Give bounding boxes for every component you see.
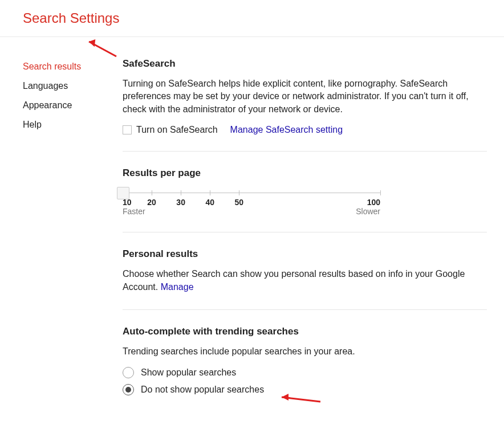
section-divider bbox=[123, 151, 487, 152]
page-title: Search Settings bbox=[0, 0, 504, 37]
slider-hint-slower: Slower bbox=[356, 207, 380, 216]
slider-hint-faster: Faster bbox=[123, 207, 145, 216]
radio-icon[interactable] bbox=[123, 384, 134, 395]
autocomplete-description: Trending searches include popular search… bbox=[123, 345, 487, 358]
results-per-page-heading: Results per page bbox=[123, 168, 487, 179]
radio-show-popular[interactable]: Show popular searches bbox=[123, 367, 487, 378]
checkbox-icon[interactable] bbox=[123, 125, 132, 134]
main-content: SafeSearch Turning on SafeSearch helps h… bbox=[123, 57, 504, 401]
radio-icon[interactable] bbox=[123, 367, 134, 378]
sidebar-item-languages[interactable]: Languages bbox=[23, 76, 123, 96]
sidebar-item-search-results[interactable]: Search results bbox=[23, 57, 123, 76]
personal-results-heading: Personal results bbox=[123, 248, 487, 260]
svg-marker-1 bbox=[89, 39, 97, 48]
svg-line-0 bbox=[89, 42, 116, 56]
sidebar-item-label: Appearance bbox=[23, 100, 72, 110]
slider-tick-labels: 10 20 30 40 50 100 bbox=[123, 198, 380, 207]
safesearch-checkbox-row[interactable]: Turn on SafeSearch bbox=[123, 125, 218, 135]
slider-handle[interactable] bbox=[117, 187, 129, 199]
sidebar: Search results Languages Appearance Help bbox=[23, 57, 123, 401]
sidebar-item-label: Search results bbox=[23, 62, 81, 71]
slider-track bbox=[123, 193, 380, 193]
sidebar-item-label: Languages bbox=[23, 81, 68, 91]
radio-label: Do not show popular searches bbox=[141, 385, 264, 395]
personal-results-description: Choose whether Search can show you perso… bbox=[123, 268, 487, 293]
autocomplete-heading: Auto-complete with trending searches bbox=[123, 326, 487, 337]
results-per-page-slider[interactable]: 10 20 30 40 50 100 Faster Slower bbox=[123, 193, 380, 216]
section-divider bbox=[123, 232, 487, 232]
manage-safesearch-link[interactable]: Manage SafeSearch setting bbox=[230, 125, 343, 135]
slider-hints: Faster Slower bbox=[123, 207, 380, 216]
sidebar-item-help[interactable]: Help bbox=[23, 115, 123, 134]
section-divider bbox=[123, 309, 487, 310]
radio-do-not-show-popular[interactable]: Do not show popular searches bbox=[123, 384, 487, 395]
sidebar-item-label: Help bbox=[23, 120, 42, 129]
sidebar-item-appearance[interactable]: Appearance bbox=[23, 96, 123, 115]
layout: Search results Languages Appearance Help… bbox=[0, 37, 504, 424]
safesearch-heading: SafeSearch bbox=[123, 58, 487, 70]
personal-results-manage-link[interactable]: Manage bbox=[161, 282, 194, 292]
safesearch-checkbox-label: Turn on SafeSearch bbox=[136, 125, 218, 135]
safesearch-description: Turning on SafeSearch helps hide explici… bbox=[123, 77, 487, 116]
radio-label: Show popular searches bbox=[141, 367, 236, 378]
